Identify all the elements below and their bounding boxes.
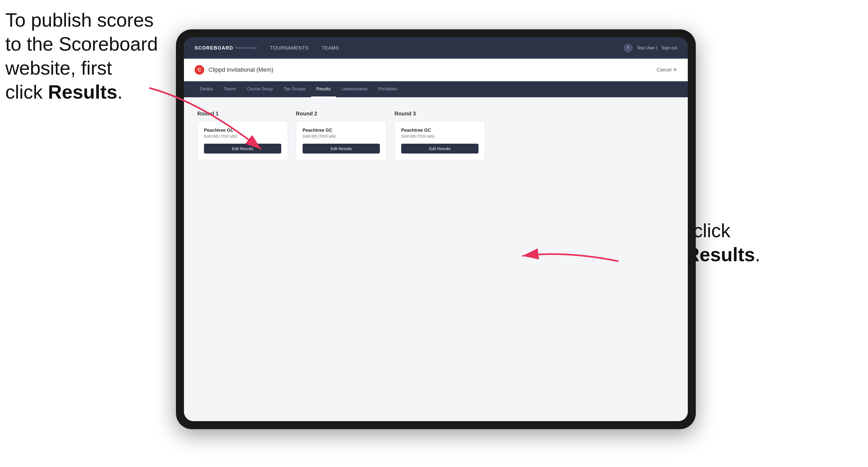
tournament-title: Clippd Invitational (Mem) <box>209 66 657 73</box>
tablet-frame: SCOREBOARD Powered by clippd TOURNAMENTS… <box>176 29 696 429</box>
edit-results-button-3[interactable]: Edit Results <box>401 144 478 154</box>
round-card-2: Round 2 Peachtree GC Gold (M) (7010 yds)… <box>296 111 386 160</box>
tablet-screen: SCOREBOARD Powered by clippd TOURNAMENTS… <box>184 37 688 421</box>
logo-powered: Powered by clippd <box>235 46 257 50</box>
round-2-inner: Peachtree GC Gold (M) (7010 yds) Edit Re… <box>296 121 386 160</box>
round-3-inner: Peachtree GC Gold (M) (7010 yds) Edit Re… <box>395 121 485 160</box>
logo-block: SCOREBOARD Powered by clippd <box>195 45 257 51</box>
round-1-title: Round 1 <box>197 111 288 117</box>
user-name: Test User | <box>637 45 657 51</box>
tournament-icon: C <box>195 65 204 75</box>
round-card-1: Round 1 Peachtree GC Gold (M) (7010 yds)… <box>197 111 288 160</box>
tab-bar: Details Teams Course Setup Tee Groups Re… <box>184 81 688 97</box>
nav-right: T Test User | Sign out <box>624 43 677 53</box>
round-3-tee: Gold (M) (7010 yds) <box>401 134 478 138</box>
round-2-course: Peachtree GC <box>303 128 380 133</box>
tab-teams[interactable]: Teams <box>218 81 242 97</box>
tab-leaderboards[interactable]: Leaderboards <box>336 81 373 97</box>
edit-results-button-1[interactable]: Edit Results <box>204 144 281 154</box>
round-1-tee: Gold (M) (7010 yds) <box>204 134 281 138</box>
user-avatar: T <box>624 43 632 53</box>
nav-tournaments[interactable]: TOURNAMENTS <box>270 43 308 53</box>
edit-results-button-2[interactable]: Edit Results <box>303 144 380 154</box>
tab-tee-groups[interactable]: Tee Groups <box>278 81 311 97</box>
tournament-header: C Clippd Invitational (Mem) Cancel ✕ <box>184 59 688 81</box>
round-1-course: Peachtree GC <box>204 128 281 133</box>
main-content: Round 1 Peachtree GC Gold (M) (7010 yds)… <box>184 97 688 421</box>
tab-results[interactable]: Results <box>311 81 336 97</box>
round-3-course: Peachtree GC <box>401 128 478 133</box>
tab-printables[interactable]: Printables <box>373 81 403 97</box>
round-3-title: Round 3 <box>395 111 485 117</box>
cancel-button[interactable]: Cancel ✕ <box>657 67 677 73</box>
sign-out-link[interactable]: Sign out <box>661 45 677 51</box>
logo-scoreboard: SCOREBOARD <box>195 45 233 51</box>
tab-course-setup[interactable]: Course Setup <box>242 81 278 97</box>
round-1-inner: Peachtree GC Gold (M) (7010 yds) Edit Re… <box>197 121 288 160</box>
tab-details[interactable]: Details <box>195 81 218 97</box>
nav-links: TOURNAMENTS TEAMS <box>270 43 624 53</box>
round-card-3: Round 3 Peachtree GC Gold (M) (7010 yds)… <box>395 111 485 160</box>
round-2-tee: Gold (M) (7010 yds) <box>303 134 380 138</box>
top-nav: SCOREBOARD Powered by clippd TOURNAMENTS… <box>184 37 688 59</box>
nav-teams[interactable]: TEAMS <box>322 43 339 53</box>
close-icon: ✕ <box>673 67 677 73</box>
rounds-grid: Round 1 Peachtree GC Gold (M) (7010 yds)… <box>197 111 675 160</box>
instruction-left: To publish scores to the Scoreboard webs… <box>5 8 160 104</box>
round-2-title: Round 2 <box>296 111 386 117</box>
